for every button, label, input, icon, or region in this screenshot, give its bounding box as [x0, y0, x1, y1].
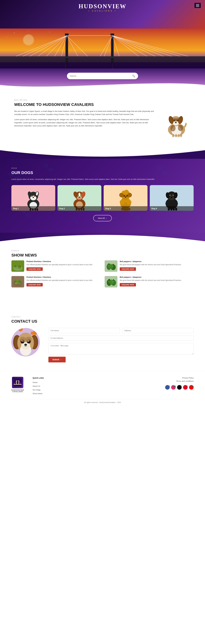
svg-point-100	[79, 198, 80, 199]
show-news-label: Events	[11, 250, 194, 252]
who-we-are-text: We are located in Upper Nyack, a small v…	[14, 110, 157, 128]
our-dogs-title: OUR DOGS	[11, 170, 194, 175]
dog-svg	[162, 110, 191, 138]
svg-point-97	[77, 195, 78, 196]
svg-point-82	[33, 197, 34, 198]
enquire-button-4[interactable]: ENQUIRE NOW	[120, 283, 136, 286]
form-field-email	[48, 336, 194, 341]
site-subtitle: • CAVALIERS •	[79, 10, 126, 12]
svg-point-61	[178, 125, 183, 131]
svg-point-115	[119, 193, 124, 197]
news-desc-1: Our offered pickled Gherkins are special…	[26, 263, 100, 266]
facebook-icon[interactable]: f	[165, 385, 170, 390]
footer-link-news[interactable]: Show News	[33, 392, 157, 395]
svg-point-137	[168, 196, 168, 196]
footer-logo-image	[12, 377, 23, 388]
dog-card-label-3: Dog 3	[104, 206, 148, 211]
footer-link-dogs[interactable]: Our Dogs	[33, 388, 157, 391]
form-row-1	[48, 328, 194, 333]
form-row-3	[48, 343, 194, 354]
footer-link-news-a[interactable]: Show News	[33, 392, 42, 394]
dog-card-label-4: Dog 4	[150, 206, 194, 211]
footer-links-title: Quick Links	[33, 377, 157, 379]
news-img-1	[11, 260, 24, 272]
svg-point-171	[108, 280, 109, 282]
enquire-button-3[interactable]: ENQUIRE NOW	[26, 283, 43, 286]
email-input[interactable]	[48, 336, 194, 341]
svg-point-3	[49, 32, 50, 32]
enquire-button-2[interactable]: ENQUIRE NOW	[120, 267, 136, 271]
social-icons: f 📷 𝕏 P ▶	[165, 385, 194, 391]
footer-bottom: All rights reserved - HudsonviewCavalier…	[11, 399, 194, 404]
dog-card-1[interactable]: Dog 1	[11, 185, 55, 211]
contact-dog-image	[11, 328, 40, 356]
who-we-are-label: WHO WE ARE	[14, 99, 191, 101]
our-dogs-desc: Lorem ipsum dolor sit amet, consectetur …	[11, 178, 194, 181]
svg-point-98	[81, 195, 81, 196]
instagram-icon[interactable]: 📷	[171, 385, 176, 390]
news-grid: Pickled Gherkins / Gherkins Our offered …	[11, 260, 194, 288]
our-dogs-section: 🐾 🐾 🐾 🐾 🐾 🐾 🐾 🐾 DOGS OUR DOGS Lorem ipsu…	[0, 159, 205, 233]
footer-link-about[interactable]: About Us	[33, 385, 157, 387]
hamburger-menu-button[interactable]	[195, 3, 201, 8]
site-footer: HUDSONVIEWCAVALIERS Quick Links Home Abo…	[0, 371, 205, 406]
news-img-4	[105, 276, 117, 288]
svg-point-191	[26, 344, 26, 345]
news-thumb-1	[11, 260, 24, 272]
view-all-dogs-button[interactable]: View All →	[93, 215, 112, 221]
svg-rect-32	[0, 56, 205, 58]
dog-card-2[interactable]: Dog 2	[57, 185, 101, 211]
form-row-2	[48, 336, 194, 341]
privacy-policy-link[interactable]: Privacy Policy	[165, 377, 194, 379]
news-content-3: Pickled Gherkins / Gherkins Our offered …	[26, 276, 100, 286]
submit-button[interactable]: Submit →	[48, 357, 66, 362]
svg-point-157	[112, 265, 113, 267]
svg-point-43	[172, 137, 174, 138]
our-dogs-label: DOGS	[11, 167, 194, 169]
terms-link[interactable]: Terms and conditions	[165, 380, 194, 382]
wave-bottom-search	[0, 79, 205, 91]
message-textarea[interactable]	[48, 343, 194, 354]
svg-rect-167	[109, 279, 110, 280]
twitter-x-icon[interactable]: 𝕏	[177, 385, 182, 390]
svg-rect-11	[110, 34, 114, 35]
footer-link-home-a[interactable]: Home	[33, 381, 38, 384]
footer-links-list: Home About Us Our Dogs Show News	[33, 381, 157, 395]
footer-link-home[interactable]: Home	[33, 381, 157, 384]
hamburger-line-3	[196, 6, 199, 7]
news-title-3: Pickled Gherkins / Gherkins	[26, 276, 100, 278]
svg-point-134	[170, 195, 170, 196]
search-input[interactable]	[70, 75, 132, 77]
news-card-4: Bell peppers / Jalapenos We grow these b…	[105, 276, 194, 288]
footer-link-about-a[interactable]: About Us	[33, 385, 40, 387]
dog-card-3[interactable]: Dog 3	[104, 185, 148, 211]
who-we-are-title: WELCOME TO HUDSONVIEW CAVALIERS	[14, 102, 191, 107]
svg-point-81	[34, 195, 35, 196]
dog-card-4[interactable]: Dog 4	[150, 185, 194, 211]
youtube-icon[interactable]: ▶	[189, 385, 194, 390]
wave-to-white	[0, 233, 205, 241]
footer-link-dogs-a[interactable]: Our Dogs	[33, 389, 40, 391]
search-button[interactable]: 🔍	[132, 74, 135, 78]
svg-point-120	[127, 195, 127, 196]
who-we-are-section: WHO WE ARE WELCOME TO HUDSONVIEW CAVALIE…	[0, 91, 205, 150]
bridge-hero-image	[0, 28, 205, 68]
svg-point-60	[170, 125, 176, 132]
news-thumb-2	[105, 260, 117, 272]
footer-logo-svg	[13, 378, 22, 387]
news-desc-4: We grow these bell peppers with the utmo…	[120, 279, 194, 282]
pinterest-icon[interactable]: P	[183, 385, 188, 390]
hamburger-line-2	[196, 5, 199, 6]
enquire-button-1[interactable]: ENQUIRE NOW	[26, 267, 43, 271]
svg-rect-194	[13, 378, 22, 387]
svg-rect-200	[14, 384, 22, 385]
svg-point-190	[25, 344, 26, 345]
site-logo: HUDSONVIEW • CAVALIERS •	[79, 3, 126, 12]
svg-point-46	[180, 136, 182, 138]
svg-point-189	[24, 344, 27, 346]
address-input[interactable]	[122, 328, 194, 333]
svg-rect-34	[0, 62, 205, 68]
news-thumb-4	[105, 276, 117, 288]
svg-point-44	[175, 137, 177, 138]
fullname-input[interactable]	[48, 328, 120, 333]
